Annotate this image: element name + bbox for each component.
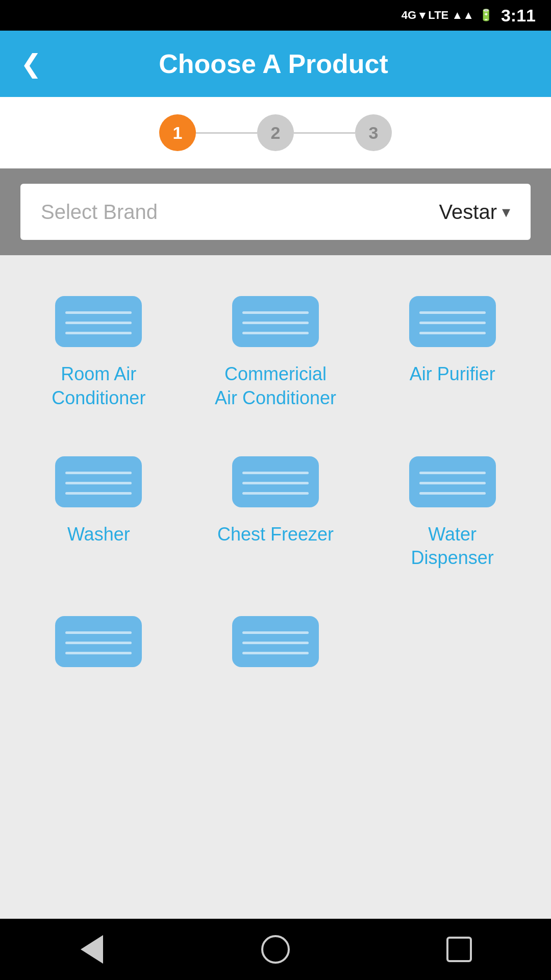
product-label-commercial-ac: CommericialAir Conditioner — [215, 362, 336, 410]
app-bar: ❮ Choose A Product — [0, 31, 551, 97]
home-circle-icon — [261, 935, 290, 964]
product-item-commercial-ac[interactable]: CommericialAir Conditioner — [187, 276, 364, 436]
brand-select-label: Select Brand — [41, 201, 439, 224]
step-3: 3 — [355, 114, 392, 151]
back-button[interactable]: ❮ — [20, 51, 42, 77]
step-1: 1 — [159, 114, 196, 151]
step-line-1 — [196, 132, 257, 134]
step-indicator: 1 2 3 — [0, 97, 551, 168]
product-label-room-ac: Room AirConditioner — [52, 362, 145, 410]
product-label-air-purifier: Air Purifier — [410, 362, 495, 386]
product-icon-water-dispenser — [409, 456, 496, 507]
product-item-8[interactable] — [187, 596, 364, 708]
product-icon-room-ac — [55, 296, 142, 347]
product-label-chest-freezer: Chest Freezer — [217, 523, 334, 547]
step-line-2 — [294, 132, 355, 134]
status-icons: 4G ▾ LTE ▲▲ 🔋 — [402, 9, 493, 22]
product-icon-7 — [55, 616, 142, 667]
product-item-washer[interactable]: Washer — [10, 436, 187, 596]
product-grid: Room AirConditioner CommericialAir Condi… — [0, 255, 551, 919]
product-icon-washer — [55, 456, 142, 507]
battery-icon: 🔋 — [479, 9, 493, 22]
brand-select-value[interactable]: Vestar ▾ — [439, 201, 510, 224]
nav-home-button[interactable] — [255, 929, 296, 970]
product-item-room-ac[interactable]: Room AirConditioner — [10, 276, 187, 436]
status-bar: 4G ▾ LTE ▲▲ 🔋 3:11 — [0, 0, 551, 31]
brand-name: Vestar — [439, 201, 497, 224]
clock: 3:11 — [501, 6, 536, 26]
product-item-7[interactable] — [10, 596, 187, 708]
product-item-chest-freezer[interactable]: Chest Freezer — [187, 436, 364, 596]
chevron-down-icon: ▾ — [502, 202, 510, 222]
bottom-nav — [0, 919, 551, 980]
nav-recent-button[interactable] — [439, 929, 480, 970]
product-item-air-purifier[interactable]: Air Purifier — [364, 276, 541, 436]
product-icon-chest-freezer — [232, 456, 319, 507]
product-label-water-dispenser: WaterDispenser — [411, 523, 494, 571]
step-2: 2 — [257, 114, 294, 151]
product-item-water-dispenser[interactable]: WaterDispenser — [364, 436, 541, 596]
brand-section: Select Brand Vestar ▾ — [0, 168, 551, 255]
brand-select[interactable]: Select Brand Vestar ▾ — [20, 184, 531, 240]
back-triangle-icon — [81, 935, 103, 964]
nav-back-button[interactable] — [71, 929, 112, 970]
product-icon-8 — [232, 616, 319, 667]
signal-icons: 4G ▾ LTE ▲▲ — [402, 9, 474, 22]
recent-square-icon — [446, 937, 472, 962]
product-label-washer: Washer — [67, 523, 130, 547]
page-title: Choose A Product — [57, 48, 490, 79]
product-icon-air-purifier — [409, 296, 496, 347]
product-icon-commercial-ac — [232, 296, 319, 347]
